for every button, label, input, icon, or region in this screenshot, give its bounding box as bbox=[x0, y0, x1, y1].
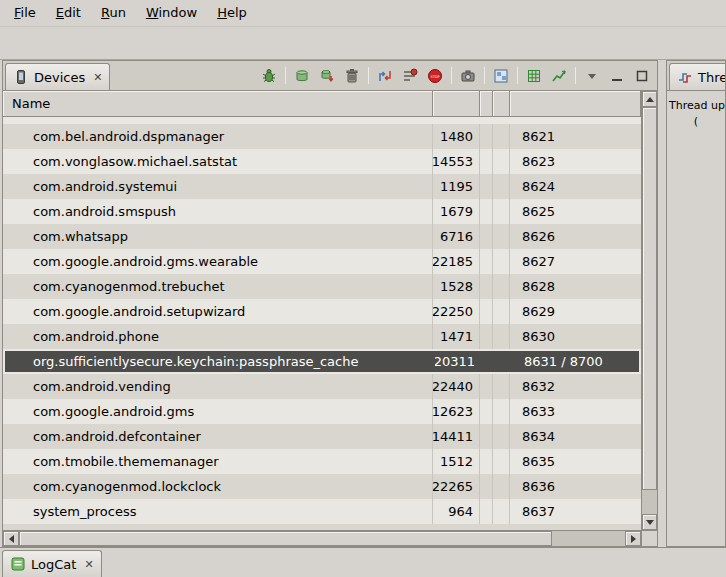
method-profiling-icon[interactable] bbox=[401, 67, 419, 85]
toolbar-separator bbox=[285, 67, 286, 84]
devices-panel: Devices ✕ STOP Name com.bel.android.dspm… bbox=[2, 60, 658, 547]
cell-col3 bbox=[480, 474, 493, 499]
table-row[interactable]: com.tmobile.thememanager 1512 8635 bbox=[3, 449, 641, 474]
process-port: 8624 bbox=[510, 174, 641, 199]
table-row[interactable]: org.sufficientlysecure.keychain:passphra… bbox=[3, 349, 641, 374]
tab-threads[interactable]: Threads bbox=[669, 63, 726, 90]
close-icon[interactable]: ✕ bbox=[90, 71, 102, 84]
process-port: 8633 bbox=[510, 399, 641, 424]
opengl-trace-icon[interactable] bbox=[525, 67, 543, 85]
vertical-scroll-thumb[interactable] bbox=[642, 107, 657, 490]
horizontal-scrollbar[interactable] bbox=[3, 530, 641, 546]
table-row[interactable]: com.cyanogenmod.trebuchet 1528 8628 bbox=[3, 274, 641, 299]
scrollbar-corner bbox=[641, 530, 657, 546]
table-row[interactable]: com.google.android.gms 12623 8633 bbox=[3, 399, 641, 424]
table-row[interactable]: com.whatsapp 6716 8626 bbox=[3, 224, 641, 249]
menu-run[interactable]: Run bbox=[91, 0, 136, 26]
gc-icon[interactable] bbox=[343, 67, 361, 85]
logcat-bar: LogCat ✕ bbox=[0, 547, 726, 577]
process-port: 8636 bbox=[510, 474, 641, 499]
horizontal-scroll-track[interactable] bbox=[19, 531, 625, 546]
column-header-port[interactable] bbox=[510, 91, 641, 117]
threads-panel: Threads Thread up ( bbox=[666, 60, 726, 547]
table-row[interactable]: com.android.phone 1471 8630 bbox=[3, 324, 641, 349]
toolbar-separator bbox=[517, 67, 518, 84]
dump-hprof-icon[interactable] bbox=[318, 67, 336, 85]
left-arrow-icon bbox=[9, 535, 14, 543]
update-threads-icon[interactable] bbox=[376, 67, 394, 85]
column-header-col4[interactable] bbox=[493, 91, 510, 117]
cell-col4 bbox=[493, 274, 510, 299]
table-row[interactable]: com.vonglasow.michael.satstat 14553 8623 bbox=[3, 149, 641, 174]
process-port: 8632 bbox=[510, 374, 641, 399]
threads-tabbar: Threads bbox=[667, 61, 725, 91]
close-icon[interactable]: ✕ bbox=[81, 558, 93, 571]
view-hierarchy-icon[interactable] bbox=[492, 67, 510, 85]
process-pid: 1195 bbox=[433, 174, 480, 199]
table-row[interactable]: com.android.defcontainer 14411 8634 bbox=[3, 424, 641, 449]
table-row[interactable]: system_process 964 8637 bbox=[3, 499, 641, 524]
device-table: Name com.bel.android.dspmanager 1480 862… bbox=[3, 91, 641, 530]
menu-edit[interactable]: Edit bbox=[46, 0, 91, 26]
table-row[interactable]: com.bel.android.dspmanager 1480 8621 bbox=[3, 124, 641, 149]
vertical-scroll-track[interactable] bbox=[642, 107, 657, 514]
scroll-up-button[interactable] bbox=[642, 91, 657, 107]
tab-logcat[interactable]: LogCat ✕ bbox=[2, 550, 102, 577]
update-heap-icon[interactable] bbox=[293, 67, 311, 85]
cell-col4 bbox=[493, 124, 510, 149]
menu-help[interactable]: Help bbox=[207, 0, 257, 26]
devices-content: Name com.bel.android.dspmanager 1480 862… bbox=[3, 91, 657, 530]
cell-col4 bbox=[493, 499, 510, 524]
table-row[interactable]: com.google.android.gms.wearable 22185 86… bbox=[3, 249, 641, 274]
toolbar-separator bbox=[484, 67, 485, 84]
scroll-right-button[interactable] bbox=[625, 531, 641, 546]
scroll-down-button[interactable] bbox=[642, 514, 657, 530]
maximize-icon[interactable] bbox=[633, 67, 651, 85]
systrace-icon[interactable] bbox=[550, 67, 568, 85]
vertical-scrollbar[interactable] bbox=[641, 91, 657, 530]
menu-file[interactable]: File bbox=[4, 0, 46, 26]
horizontal-scroll-thumb[interactable] bbox=[19, 531, 552, 546]
table-row[interactable]: com.android.systemui 1195 8624 bbox=[3, 174, 641, 199]
process-name: com.google.android.gms.wearable bbox=[3, 249, 433, 274]
column-header-name[interactable]: Name bbox=[3, 91, 433, 117]
view-menu-icon[interactable] bbox=[583, 67, 601, 85]
process-name: system_process bbox=[3, 499, 433, 524]
cell-col4 bbox=[493, 374, 510, 399]
process-port: 8621 bbox=[510, 124, 641, 149]
process-name: com.android.phone bbox=[3, 324, 433, 349]
process-port: 8631 / 8700 bbox=[512, 351, 639, 372]
process-name: com.android.vending bbox=[3, 374, 433, 399]
cell-col4 bbox=[493, 399, 510, 424]
process-port: 8634 bbox=[510, 424, 641, 449]
process-port: 8635 bbox=[510, 449, 641, 474]
stop-process-icon[interactable]: STOP bbox=[426, 67, 444, 85]
debug-icon[interactable] bbox=[260, 67, 278, 85]
column-header-pid[interactable] bbox=[433, 91, 480, 117]
menu-window[interactable]: Window bbox=[136, 0, 207, 26]
cell-col4 bbox=[493, 424, 510, 449]
device-table-header: Name bbox=[3, 91, 641, 117]
cell-col4 bbox=[493, 474, 510, 499]
table-row[interactable]: com.android.smspush 1679 8625 bbox=[3, 199, 641, 224]
minimize-icon[interactable] bbox=[608, 67, 626, 85]
scroll-left-button[interactable] bbox=[3, 531, 19, 546]
process-name: com.whatsapp bbox=[3, 224, 433, 249]
process-pid: 22440 bbox=[433, 374, 480, 399]
cell-col4 bbox=[493, 174, 510, 199]
screen-capture-icon[interactable] bbox=[459, 67, 477, 85]
table-row[interactable]: com.android.vending 22440 8632 bbox=[3, 374, 641, 399]
device-icon bbox=[13, 69, 29, 85]
process-port: 8623 bbox=[510, 149, 641, 174]
tab-devices[interactable]: Devices ✕ bbox=[5, 63, 110, 90]
down-arrow-icon bbox=[646, 520, 654, 525]
device-table-body: com.bel.android.dspmanager 1480 8621 com… bbox=[3, 117, 641, 530]
table-row[interactable]: com.google.android.setupwizard 22250 862… bbox=[3, 299, 641, 324]
devices-tabbar: Devices ✕ STOP bbox=[3, 61, 657, 91]
table-row[interactable]: com.cyanogenmod.lockclock 22265 8636 bbox=[3, 474, 641, 499]
cell-col3 bbox=[480, 174, 493, 199]
logcat-icon bbox=[10, 556, 26, 572]
column-header-col3[interactable] bbox=[480, 91, 493, 117]
process-name: com.android.systemui bbox=[3, 174, 433, 199]
cell-col3 bbox=[480, 374, 493, 399]
